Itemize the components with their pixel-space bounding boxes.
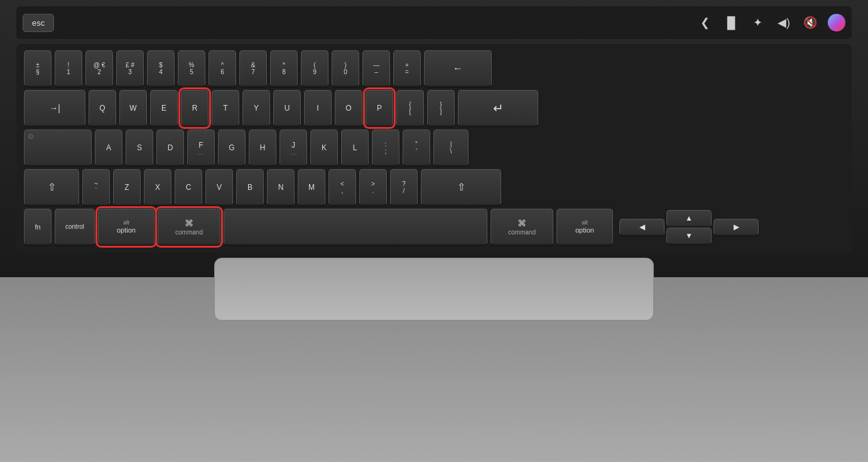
qwerty-row: →| Q W E R T Y U I O P { [ } ] ↵ xyxy=(24,90,844,126)
key-2[interactable]: @ € 2 xyxy=(85,50,113,87)
key-U[interactable]: U xyxy=(273,90,301,126)
key-1[interactable]: ! 1 xyxy=(55,50,82,87)
key-period[interactable]: > . xyxy=(359,169,387,206)
key-control[interactable]: control xyxy=(55,209,95,245)
key-shift-left[interactable]: ⇧ xyxy=(24,169,79,206)
key-W[interactable]: W xyxy=(119,90,147,126)
key-T[interactable]: T xyxy=(212,90,239,126)
key-Q[interactable]: Q xyxy=(89,90,116,126)
key-S[interactable]: S xyxy=(126,129,153,166)
key-F[interactable]: F ___ xyxy=(187,129,215,166)
zxcv-row: ⇧ ~ ` Z X C V B N M < , > . ? / xyxy=(24,169,844,206)
key-3[interactable]: £ # 3 xyxy=(116,50,144,87)
mute-icon[interactable]: 🔇 xyxy=(801,14,819,31)
key-tab[interactable]: →| xyxy=(24,90,85,126)
key-R[interactable]: R xyxy=(181,90,209,126)
key-7[interactable]: & 7 xyxy=(239,50,267,87)
key-8[interactable]: * 8 xyxy=(270,50,298,87)
key-backspace[interactable]: ← xyxy=(424,50,492,87)
key-M[interactable]: M xyxy=(298,169,325,206)
key-0[interactable]: ) 0 xyxy=(332,50,359,87)
key-N[interactable]: N xyxy=(267,169,295,206)
key-D[interactable]: D xyxy=(156,129,184,166)
arrow-cluster: ◀ ▲ ▼ ▶ xyxy=(619,210,759,245)
key-command-left[interactable]: ⌘ command xyxy=(158,209,220,245)
key-close-bracket[interactable]: } ] xyxy=(427,90,455,126)
waveform-icon[interactable]: ▐▌ xyxy=(722,14,740,31)
key-P[interactable]: P xyxy=(366,90,393,126)
key-J[interactable]: J ___ xyxy=(279,129,307,166)
chevron-left-icon: ❮ xyxy=(696,14,713,31)
key-backslash[interactable]: | \ xyxy=(433,129,469,166)
siri-icon[interactable] xyxy=(828,14,845,31)
key-C[interactable]: C xyxy=(175,169,202,206)
touch-bar-left: esc xyxy=(23,14,54,32)
asdf-row: A S D F ___ G H J ___ K L : ; " ' xyxy=(24,129,844,166)
key-open-bracket[interactable]: { [ xyxy=(396,90,424,126)
key-H[interactable]: H xyxy=(249,129,276,166)
number-row: ± § ! 1 @ € 2 £ # 3 $ 4 % 5 xyxy=(24,50,844,87)
key-5[interactable]: % 5 xyxy=(178,50,205,87)
touch-bar-right: ❮ ▐▌ ✦ ◀) 🔇 xyxy=(696,14,845,31)
trackpad-area xyxy=(16,258,852,321)
key-fn[interactable]: fn xyxy=(24,209,52,245)
keyboard-area: ± § ! 1 @ € 2 £ # 3 $ 4 % 5 xyxy=(16,44,852,253)
key-option-left[interactable]: alt option xyxy=(98,209,155,245)
key-L[interactable]: L xyxy=(341,129,369,166)
key-9[interactable]: ( 9 xyxy=(301,50,328,87)
volume-icon[interactable]: ◀) xyxy=(775,14,793,31)
key-4[interactable]: $ 4 xyxy=(147,50,175,87)
key-Z[interactable]: Z xyxy=(113,169,141,206)
key-E[interactable]: E xyxy=(150,90,178,126)
key-B[interactable]: B xyxy=(236,169,264,206)
key-equals[interactable]: + = xyxy=(393,50,421,87)
keyboard-body: esc ❮ ▐▌ ✦ ◀) 🔇 ± § ! 1 @ € 2 xyxy=(0,0,868,462)
bottom-row: fn control alt option ⌘ command ⌘ comman… xyxy=(24,209,844,245)
key-X[interactable]: X xyxy=(144,169,171,206)
key-V[interactable]: V xyxy=(205,169,233,206)
key-Y[interactable]: Y xyxy=(242,90,270,126)
key-A[interactable]: A xyxy=(95,129,122,166)
key-option-right[interactable]: alt option xyxy=(556,209,613,245)
arrow-row-top: ◀ ▲ ▼ ▶ xyxy=(619,210,759,245)
brightness-icon[interactable]: ✦ xyxy=(749,14,766,31)
esc-key[interactable]: esc xyxy=(23,14,54,32)
touch-bar: esc ❮ ▐▌ ✦ ◀) 🔇 xyxy=(16,6,852,39)
key-slash[interactable]: ? / xyxy=(390,169,418,206)
key-section[interactable]: ± § xyxy=(24,50,52,87)
key-space[interactable] xyxy=(224,209,487,245)
key-caps-lock[interactable] xyxy=(24,129,92,166)
key-shift-right[interactable]: ⇧ xyxy=(421,169,501,206)
trackpad[interactable] xyxy=(214,258,654,321)
key-G[interactable]: G xyxy=(218,129,246,166)
key-minus[interactable]: — – xyxy=(362,50,390,87)
key-arrow-up[interactable]: ▲ xyxy=(666,210,712,227)
key-semicolon[interactable]: : ; xyxy=(372,129,399,166)
caps-indicator xyxy=(28,134,33,139)
key-quote[interactable]: " ' xyxy=(403,129,430,166)
key-arrow-right[interactable]: ▶ xyxy=(713,219,759,236)
key-O[interactable]: O xyxy=(335,90,362,126)
key-comma[interactable]: < , xyxy=(328,169,356,206)
key-tilde[interactable]: ~ ` xyxy=(82,169,110,206)
key-command-right[interactable]: ⌘ command xyxy=(491,209,553,245)
key-I[interactable]: I xyxy=(304,90,332,126)
key-arrow-down[interactable]: ▼ xyxy=(666,228,712,245)
key-enter[interactable]: ↵ xyxy=(458,90,538,126)
key-arrow-left[interactable]: ◀ xyxy=(619,219,665,236)
key-6[interactable]: ^ 6 xyxy=(209,50,236,87)
key-K[interactable]: K xyxy=(310,129,338,166)
